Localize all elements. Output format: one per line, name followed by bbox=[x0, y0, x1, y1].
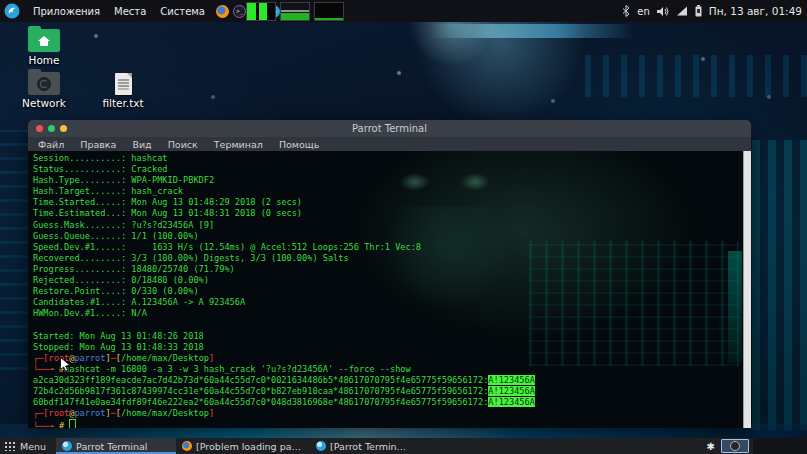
home-folder-icon bbox=[28, 29, 60, 52]
desktop-icon-label: Network bbox=[20, 97, 68, 109]
battery-icon[interactable] bbox=[695, 5, 702, 17]
top-panel: Приложения Места Система >_ en Пн, 13 ав… bbox=[0, 0, 807, 22]
menu-view[interactable]: Вид bbox=[124, 139, 159, 150]
menu-search[interactable]: Поиск bbox=[160, 139, 206, 150]
terminal-line: Guess.Queue......: 1/1 (100.00%) bbox=[33, 231, 751, 242]
text-file-icon bbox=[115, 73, 132, 95]
terminal-line: 60bdf147f41e0ae34fdf89f46e222ea2*60a44c5… bbox=[33, 397, 751, 408]
menu-file[interactable]: Файл bbox=[30, 139, 72, 150]
taskbar-task-parrot-terminal[interactable]: Parrot Terminal bbox=[56, 438, 176, 454]
system-monitor-applets bbox=[246, 2, 344, 19]
terminal-line: ┌─[root@parrot]─[/home/max/Desktop] bbox=[33, 353, 751, 364]
workspace-window-thumb bbox=[730, 441, 740, 451]
terminal-line: Speed.Dev.#1.....: 1633 H/s (12.54ms) @ … bbox=[33, 242, 751, 253]
terminal-line: a2ca30d323ff189feacde7ac7d42b73d*60a44c5… bbox=[33, 375, 751, 386]
desktop-icon-network[interactable]: Network bbox=[20, 72, 68, 109]
window-titlebar[interactable]: Parrot Terminal bbox=[28, 120, 751, 137]
terminal-line: 72b4c2d56b9817f361c87439974cc31e*60a44c5… bbox=[33, 386, 751, 397]
taskbar-corner bbox=[753, 438, 807, 454]
terminal-line: ┌─[root@parrot]─[/home/max/Desktop] bbox=[33, 408, 751, 419]
window-buttons bbox=[36, 120, 67, 137]
parrot-terminal-window: Parrot Terminal Файл Правка Вид Поиск Те… bbox=[28, 120, 751, 428]
taskbar-right: ✱ bbox=[707, 438, 749, 454]
terminal-screen[interactable]: Session..........: hashcatStatus........… bbox=[28, 151, 751, 428]
taskbar-menu-button[interactable]: Menu bbox=[20, 441, 56, 452]
system-tray: en Пн, 13 авг, 01:49 bbox=[622, 0, 802, 22]
parrot-icon bbox=[316, 441, 326, 451]
taskbar-task-firefox[interactable]: [Problem loading page - M... bbox=[176, 438, 310, 454]
desktop-icon-filter-txt[interactable]: filter.txt bbox=[99, 73, 147, 109]
cpu-graph-applet[interactable] bbox=[246, 2, 276, 21]
terminal-line: Rejected.........: 0/18480 (0.00%) bbox=[33, 275, 751, 286]
terminal-line: Restore.Point....: 0/330 (0.00%) bbox=[33, 286, 751, 297]
keyboard-layout-indicator[interactable]: en bbox=[637, 6, 650, 17]
menu-terminal[interactable]: Терминал bbox=[206, 139, 271, 150]
terminal-line: Session..........: hashcat bbox=[33, 153, 751, 164]
window-title: Parrot Terminal bbox=[352, 123, 427, 134]
terminal-line bbox=[33, 319, 751, 330]
terminal-line: Hash.Target......: hash_crack bbox=[33, 186, 751, 197]
parrot-logo-icon[interactable] bbox=[4, 3, 20, 19]
notification-asterisk-icon[interactable]: ✱ bbox=[707, 441, 715, 452]
terminal-line: Recovered........: 3/3 (100.00%) Digests… bbox=[33, 253, 751, 264]
taskbar: Menu Parrot Terminal [Problem loading pa… bbox=[0, 438, 807, 454]
volume-icon[interactable] bbox=[657, 6, 669, 17]
wallpaper-pillars bbox=[752, 140, 807, 430]
terminal-line: Guess.Mask.......: ?u?s?d23456A [9] bbox=[33, 220, 751, 231]
terminal-line: HWMon.Dev.#1.....: N/A bbox=[33, 308, 751, 319]
terminal-line: Candidates.#1....: A.123456A -> A 923456… bbox=[33, 297, 751, 308]
terminal-line: Started: Mon Aug 13 01:48:26 2018 bbox=[33, 331, 751, 342]
terminal-line: Stopped: Mon Aug 13 01:48:33 2018 bbox=[33, 342, 751, 353]
show-desktop-grid-icon[interactable] bbox=[4, 441, 15, 451]
terminal-scrollbar[interactable] bbox=[743, 151, 751, 428]
desktop-icon-label: Home bbox=[20, 54, 68, 66]
globe-icon bbox=[37, 77, 51, 91]
firefox-launcher-icon[interactable] bbox=[216, 5, 229, 18]
terminal-line: Progress.........: 18480/25740 (71.79%) bbox=[33, 264, 751, 275]
terminal-line: Time.Estimated...: Mon Aug 13 01:48:31 2… bbox=[33, 208, 751, 219]
network-wifi-icon[interactable] bbox=[676, 6, 688, 16]
memory-graph-applet[interactable] bbox=[314, 2, 344, 21]
terminal-menubar: Файл Правка Вид Поиск Терминал Помощь bbox=[28, 137, 751, 151]
mouse-cursor bbox=[60, 357, 71, 372]
wallpaper-left-lines bbox=[0, 130, 28, 370]
terminal-line: Time.Started.....: Mon Aug 13 01:48:29 2… bbox=[33, 197, 751, 208]
terminal-launcher-icon[interactable]: >_ bbox=[233, 5, 246, 18]
network-graph-applet[interactable] bbox=[280, 2, 310, 21]
workspace-switcher[interactable] bbox=[721, 439, 749, 453]
taskbar-task-parrot-terminal-2[interactable]: [Parrot Terminal] bbox=[310, 438, 414, 454]
menu-places[interactable]: Места bbox=[107, 0, 153, 22]
terminal-line: └──╼ # bbox=[33, 419, 751, 428]
menu-applications[interactable]: Приложения bbox=[26, 0, 107, 22]
terminal-line: Hash.Type........: WPA-PMKID-PBKDF2 bbox=[33, 175, 751, 186]
menu-system[interactable]: Система bbox=[153, 0, 212, 22]
panel-clock[interactable]: Пн, 13 авг, 01:49 bbox=[709, 5, 802, 17]
terminal-line: Status...........: Cracked bbox=[33, 164, 751, 175]
network-folder-icon bbox=[28, 72, 60, 95]
desktop-icon-home[interactable]: Home bbox=[20, 29, 68, 66]
desktop-icon-label: filter.txt bbox=[99, 97, 147, 109]
close-button[interactable] bbox=[36, 125, 43, 132]
parrot-icon bbox=[62, 441, 72, 451]
minimize-button[interactable] bbox=[48, 125, 55, 132]
menu-help[interactable]: Помощь bbox=[271, 139, 327, 150]
wallpaper-tech-streak bbox=[585, 55, 807, 97]
terminal-output: Session..........: hashcatStatus........… bbox=[28, 151, 751, 428]
menu-edit[interactable]: Правка bbox=[72, 139, 124, 150]
firefox-icon bbox=[182, 441, 192, 451]
wallpaper-light-streak bbox=[430, 24, 635, 38]
terminal-line: └──╼ #hashcat -m 16800 -a 3 -w 3 hash_cr… bbox=[33, 364, 751, 375]
bluetooth-icon[interactable] bbox=[622, 5, 630, 17]
maximize-button[interactable] bbox=[60, 125, 67, 132]
